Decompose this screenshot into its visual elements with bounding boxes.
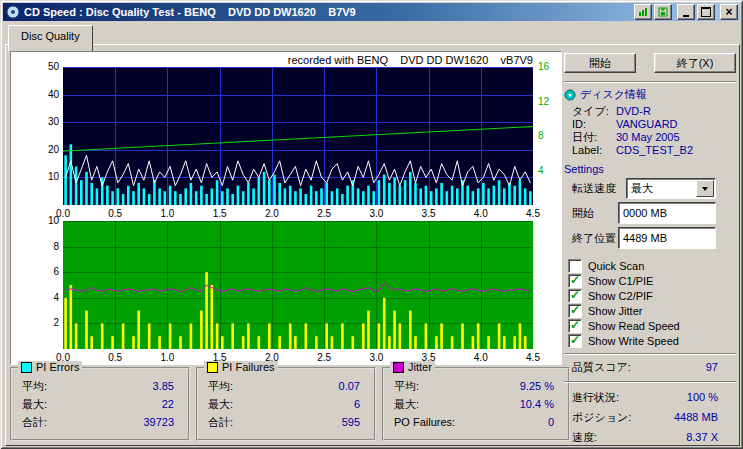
maximize-button[interactable] (697, 4, 715, 20)
disc-info-row: ID:VANGUARD (564, 118, 736, 131)
tab-disc-quality[interactable]: Disc Quality (8, 25, 93, 51)
start-position-row: 開始 (564, 202, 736, 224)
titlebar[interactable]: CD Speed : Disc Quality Test - BENQ DVD … (3, 3, 740, 21)
axis-label: 6 (27, 267, 59, 277)
group-title: PI Errors (18, 361, 82, 373)
checkbox-box[interactable] (568, 259, 582, 273)
axis-label: 4.0 (469, 209, 493, 219)
quality-score-row: 品質スコア: 97 (572, 359, 736, 376)
checkbox-box[interactable] (568, 319, 582, 333)
checkbox-quick-scan[interactable]: Quick Scan (568, 258, 736, 273)
position-value: 4488 MB (674, 407, 718, 427)
start-position-input[interactable] (618, 202, 716, 224)
axis-label: 0.5 (103, 353, 127, 363)
group-title: Jitter (390, 361, 435, 373)
disc-info-title-label: ディスク情報 (580, 87, 647, 102)
end-position-row: 終了位置 (564, 227, 736, 249)
action-buttons: 開始 終了(X) (564, 53, 736, 73)
checkbox-show-c2-pif[interactable]: Show C2/PIF (568, 288, 736, 303)
axis-label: 1.0 (155, 209, 179, 219)
axis-label: 10 (27, 172, 59, 182)
info-value: DVD-R (616, 105, 651, 118)
group-title-label: PI Errors (36, 361, 79, 373)
group-title-label: PI Failures (222, 361, 275, 373)
speed-select-value: 最大 (627, 181, 696, 196)
checkbox-show-read-speed[interactable]: Show Read Speed (568, 318, 736, 333)
info-value: VANGUARD (616, 118, 678, 131)
axis-label: 20 (27, 145, 59, 155)
disc-info-row: 日付:30 May 2005 (564, 131, 736, 144)
stat-value: 0.07 (339, 377, 360, 395)
axis-label: 2 (27, 318, 59, 328)
pi-errors-swatch (21, 362, 32, 373)
stat-row: 最大:6 (198, 395, 374, 413)
save-window-button[interactable] (654, 4, 672, 20)
close-button[interactable]: × (720, 4, 738, 20)
speed-select[interactable]: 最大 (626, 178, 716, 199)
chart-header-text: recorded with BENQ DVD DD DW1620 vB7V9 (11, 54, 533, 66)
stat-row: PO Failures:0 (384, 413, 568, 431)
checkbox-label: Show Read Speed (588, 320, 680, 332)
pi-errors-chart (63, 67, 533, 205)
axis-label: 40 (27, 90, 59, 100)
axis-label: 4.0 (469, 353, 493, 363)
stat-label: 平均: (22, 377, 47, 395)
speed-select-arrow-button[interactable] (696, 180, 714, 197)
app-icon (6, 5, 20, 19)
stat-row: 平均:3.85 (12, 377, 188, 395)
checkbox-show-write-speed[interactable]: Show Write Speed (568, 333, 736, 348)
checkbox-label: Show C1/PIE (588, 275, 653, 287)
exit-button[interactable]: 終了(X) (654, 53, 736, 73)
progress-value: 100 % (687, 387, 718, 407)
info-value: CDS_TEST_B2 (616, 144, 693, 157)
axis-label: 2.5 (312, 353, 336, 363)
stat-row: 最大:22 (12, 395, 188, 413)
checkbox-box[interactable] (568, 274, 582, 288)
separator (564, 81, 736, 83)
stats-group-pi-errors: PI Errors 平均:3.85 最大:22 合計:39723 (10, 367, 190, 441)
close-icon: × (725, 7, 732, 17)
stat-label: PO Failures: (394, 413, 455, 431)
axis-label: 10 (27, 216, 59, 226)
stat-row: 平均:0.07 (198, 377, 374, 395)
settings-title: Settings (564, 163, 736, 175)
graph-window-button[interactable] (634, 4, 652, 20)
separator (564, 381, 736, 383)
axis-label: 2.5 (312, 209, 336, 219)
position-label: ポジション: (572, 407, 631, 427)
minimize-button[interactable] (677, 4, 695, 20)
checkbox-show-jitter[interactable]: Show Jitter (568, 303, 736, 318)
stat-value: 6 (354, 395, 360, 413)
checkbox-show-c1-pie[interactable]: Show C1/PIE (568, 273, 736, 288)
end-position-input[interactable] (618, 227, 716, 249)
speed-row: 速度:8.37 X (572, 427, 736, 447)
axis-label: 3.0 (364, 209, 388, 219)
separator (564, 353, 736, 355)
checkbox-label: Show Jitter (588, 305, 642, 317)
stat-value: 22 (162, 395, 174, 413)
jitter-swatch (393, 362, 404, 373)
stat-value: 0 (548, 413, 554, 431)
sidebar: 開始 終了(X) ディスク情報 タイプ:DVD-R ID:VANGUARD 日付… (564, 49, 736, 441)
position-row: ポジション:4488 MB (572, 407, 736, 427)
stat-label: 最大: (208, 395, 233, 413)
info-label: ID: (572, 118, 616, 131)
stat-row: 合計:39723 (12, 413, 188, 431)
disc-icon (564, 89, 576, 101)
start-button[interactable]: 開始 (564, 53, 636, 73)
checkbox-box[interactable] (568, 304, 582, 318)
stat-label: 平均: (208, 377, 233, 395)
stat-label: 平均: (394, 377, 419, 395)
pi-failures-jitter-chart (63, 221, 533, 349)
speed-value: 8.37 X (686, 427, 718, 447)
window-title: CD Speed : Disc Quality Test - BENQ DVD … (24, 6, 632, 18)
info-label: タイプ: (572, 105, 616, 118)
checkbox-list: Quick Scan Show C1/PIE Show C2/PIF Show … (564, 258, 736, 348)
quality-score-label: 品質スコア: (572, 359, 631, 376)
checkbox-box[interactable] (568, 334, 582, 348)
stat-label: 合計: (22, 413, 47, 431)
speed-label: 速度: (572, 427, 597, 447)
checkbox-box[interactable] (568, 289, 582, 303)
end-position-label: 終了位置 (572, 231, 616, 246)
axis-label: 50 (27, 62, 59, 72)
